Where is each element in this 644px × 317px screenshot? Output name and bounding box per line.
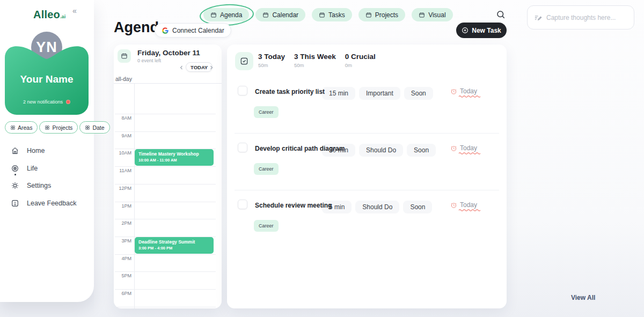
event-time: 3:00 PM - 4:00 PM (138, 246, 210, 250)
user-name: Your Name (5, 73, 89, 85)
capture-thoughts-box[interactable] (527, 5, 634, 30)
hour-label: 11AM (115, 168, 131, 173)
calendar-hour-row[interactable]: 9AM (115, 131, 216, 149)
task-row: Schedule review meeting 5 min Should Do … (235, 190, 499, 247)
calendar-hour-row[interactable]: 8AM (115, 114, 216, 131)
calendar-hour-row[interactable]: 11AM (115, 166, 216, 184)
top-nav-tab[interactable]: Calendar (255, 8, 305, 21)
calendar-hour-row[interactable]: 6PM (115, 289, 216, 307)
due-underline-squiggle (458, 152, 482, 154)
task-priority-pill[interactable]: Should Do (355, 201, 399, 213)
filter-tab-icon (45, 125, 50, 130)
task-row: Create task priority list 15 min Importa… (235, 77, 499, 134)
calendar-hour-row[interactable]: 1PM (115, 202, 216, 219)
task-title[interactable]: Develop critical path diagram (255, 145, 320, 152)
due-underline-squiggle (458, 209, 482, 211)
stat-headline: 3 Today (258, 53, 285, 61)
calendar-hour-row[interactable]: 4PM (115, 254, 216, 272)
logo-text: Alleo (33, 9, 60, 20)
notifications-row[interactable]: 2 new notifications (5, 99, 89, 105)
top-nav-tab[interactable]: Projects (358, 8, 405, 21)
sidebar-item-label: Leave Feedback (27, 200, 76, 207)
top-nav-tab[interactable]: Visual (412, 8, 452, 21)
sidebar-filter-tab[interactable]: Date (79, 121, 109, 134)
calendar-date-title: Friday, October 11 (137, 49, 200, 57)
task-tag[interactable]: Career (254, 106, 279, 118)
task-due[interactable]: Today (450, 87, 482, 98)
capture-pen-icon (534, 13, 542, 21)
tasks-header-icon-box (235, 52, 253, 70)
task-tag[interactable]: Career (254, 220, 279, 232)
task-title[interactable]: Create task priority list (255, 88, 320, 95)
task-urgency-pill[interactable]: Soon (403, 201, 432, 213)
task-priority-pill[interactable]: Important (359, 87, 400, 100)
hour-label: 1PM (115, 203, 131, 209)
capture-thoughts-input[interactable] (546, 14, 630, 21)
stat-duration: 50m (258, 62, 285, 68)
tasks-panel: 3 Today 50m 3 This Week 50m 0 Crucial 0m… (227, 45, 507, 308)
calendar-hour-row[interactable]: 5PM (115, 271, 216, 289)
task-checkbox[interactable] (238, 86, 247, 95)
life-indicator-dot (14, 174, 16, 175)
user-card: Your Name 2 new notifications (5, 46, 89, 115)
calendar-icon (121, 53, 128, 60)
task-checkbox[interactable] (238, 200, 247, 209)
task-checkbox[interactable] (238, 143, 247, 152)
task-pill-row: 5 min Should Do Soon (322, 201, 432, 213)
sidebar-filter-tabs: Areas Projects Date (5, 121, 110, 134)
task-tag[interactable]: Career (254, 163, 279, 175)
task-due-label: Today (460, 201, 477, 209)
calendar-hour-row[interactable]: 2PM (115, 219, 216, 237)
top-nav-tab[interactable]: Tasks (312, 8, 352, 21)
sidebar-filter-tab[interactable]: Projects (39, 121, 78, 134)
task-urgency-pill[interactable]: Soon (404, 87, 433, 100)
tab-icon (419, 12, 425, 18)
connect-calendar-label: Connect Calendar (172, 27, 224, 34)
view-all-link[interactable]: View All (571, 294, 595, 301)
stat-duration: 50m (294, 62, 336, 68)
tab-label: Tasks (328, 11, 345, 19)
sidebar-item-leave-feedback[interactable]: Leave Feedback (11, 195, 76, 212)
task-due[interactable]: Today (450, 201, 482, 211)
plus-circle-icon (462, 27, 469, 34)
task-due-label: Today (460, 144, 477, 152)
calendar-event[interactable]: Timeline Mastery Workshop 10:00 AM - 11:… (135, 149, 214, 166)
tab-icon (210, 12, 217, 18)
hour-label: 3PM (115, 238, 131, 244)
hour-label: 6PM (115, 291, 131, 296)
prev-day-chevron-icon[interactable] (178, 63, 186, 72)
sidebar: Alleo.ai « YN Your Name 2 new notificati… (0, 0, 94, 302)
search-icon[interactable] (496, 10, 507, 20)
task-title[interactable]: Schedule review meeting (255, 202, 320, 209)
google-icon (162, 27, 169, 34)
sidebar-item-label: Life (27, 165, 38, 172)
task-due[interactable]: Today (450, 144, 482, 154)
task-urgency-pill[interactable]: Soon (407, 144, 436, 157)
calendar-time-grid: 8AM 9AM 10AM 11AM 12PM 1PM 2PM 3PM 4PM (114, 75, 222, 308)
sidebar-filter-tab[interactable]: Areas (5, 121, 38, 134)
new-task-button[interactable]: New Task (456, 23, 507, 38)
logo-suffix: .ai (60, 14, 66, 19)
sidebar-item-life[interactable]: Life (11, 160, 76, 178)
task-priority-pill[interactable]: Should Do (359, 144, 403, 157)
connect-calendar-button[interactable]: Connect Calendar (155, 23, 231, 38)
calendar-hour-row[interactable]: 12PM (115, 184, 216, 202)
next-day-chevron-icon[interactable] (208, 63, 216, 72)
stat-headline: 0 Crucial (345, 53, 376, 61)
sidebar-item-home[interactable]: Home (11, 142, 76, 160)
stat-headline: 3 This Week (294, 53, 336, 61)
calendar-event[interactable]: Deadline Strategy Summit 3:00 PM - 4:00 … (135, 237, 214, 254)
all-day-row: all-day (114, 75, 222, 84)
task-duration-pill[interactable]: 15 min (322, 87, 355, 100)
calendar-panel: Friday, October 11 0 event left TODAY 8A… (114, 45, 222, 308)
alarm-clock-icon (450, 88, 457, 95)
calendar-hour-row[interactable]: 7PM (115, 307, 216, 308)
sidebar-item-settings[interactable]: Settings (11, 177, 76, 195)
collapse-sidebar-icon[interactable]: « (72, 6, 77, 15)
task-stats-row: 3 Today 50m 3 This Week 50m 0 Crucial 0m (258, 53, 376, 68)
new-task-label: New Task (472, 27, 501, 34)
calendar-header-icon-box (118, 49, 131, 63)
tab-label: Projects (375, 11, 398, 19)
feedback-icon (11, 199, 19, 208)
top-nav-tab[interactable]: Agenda (203, 8, 249, 21)
